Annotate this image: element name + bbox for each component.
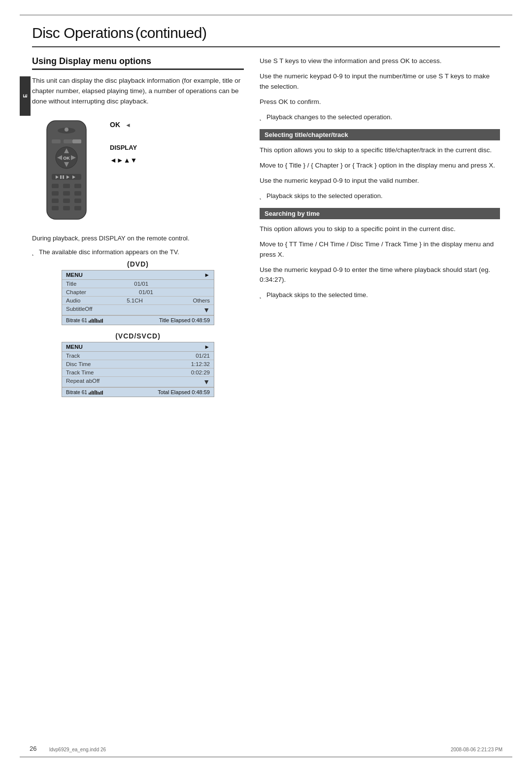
vcdsvcd-menu-label: MENU (66, 344, 83, 350)
section1-heading: Selecting title/chapter/track (260, 129, 500, 140)
remote-image: OK (37, 116, 101, 226)
top-border (20, 15, 512, 15)
section2-para1: This option allows you to skip to a spec… (260, 224, 500, 235)
display-label-row: DISPLAY (110, 143, 137, 151)
dvd-bitrate-bars (89, 318, 103, 323)
svg-rect-20 (74, 191, 81, 196)
left-column: Using Display menu options This unit can… (32, 56, 244, 397)
use-st-keys-text: Use S T keys to view the information and… (260, 56, 500, 67)
dvd-row-title: Title 01/01 (62, 280, 214, 288)
arrows-label-row: ◄►▲▼ (110, 156, 137, 164)
svg-rect-29 (72, 139, 81, 143)
footer-right: 2008-08-06 2:21:23 PM (451, 747, 502, 752)
ok-label: OK (110, 121, 120, 129)
section2-bullet1: Playback skips to the selected time. (260, 290, 500, 300)
dvd-scroll-arrow: ▼ (203, 306, 210, 314)
footer-left: ldvp6929_ea_eng.indd 26 (49, 747, 106, 752)
vcdsvcd-label: (VCD/SVCD) (32, 332, 244, 340)
bullet-playback-changes: Playback changes to the selected operati… (260, 112, 500, 122)
during-playback-text: During playback, press DISPLAY on the re… (32, 234, 244, 243)
bullet-available-info: The available disc information appears o… (32, 247, 244, 257)
svg-rect-17 (74, 184, 81, 188)
vcdsvcd-panel: MENU ► Track 01/21 Disc Time 1:12:32 (62, 342, 214, 397)
dvd-row-subtitle: Subtitle Off ▼ (62, 305, 214, 315)
dvd-menu-label: MENU (66, 272, 83, 278)
svg-rect-28 (64, 139, 72, 143)
side-tab: E (20, 76, 31, 116)
svg-rect-19 (63, 191, 70, 196)
section1-para1: This option allows you to skip to a spec… (260, 145, 500, 156)
press-ok-text: Press OK to confirm. (260, 97, 500, 107)
vcdsvcd-panel-rows: Track 01/21 Disc Time 1:12:32 Track Time… (62, 352, 214, 387)
svg-rect-26 (74, 206, 81, 210)
two-column-layout: Using Display menu options This unit can… (32, 56, 500, 397)
dvd-row-audio: Audio 5.1CH Others (62, 297, 214, 305)
use-numeric-text: Use the numeric keypad 0-9 to input the … (260, 71, 500, 92)
svg-rect-15 (52, 184, 59, 188)
section2-para2: Move to { TT Time / CH Time / Disc Time … (260, 239, 500, 260)
title-underline (32, 46, 500, 47)
vcd-row-track-time: Track Time 0:02:29 (62, 369, 214, 377)
intro-text: This unit can display the disc playback … (32, 76, 244, 107)
svg-rect-12 (63, 175, 64, 179)
ok-label-row: OK ◄ (110, 121, 137, 129)
dvd-panel-footer: Bitrate 61 (62, 315, 214, 325)
vcd-scroll-arrow: ▼ (203, 378, 210, 386)
dvd-bitrate: Bitrate 61 (66, 318, 103, 323)
dvd-panel-rows: Title 01/01 Chapter 01/01 Audio 5.1CH (62, 280, 214, 315)
remote-labels: OK ◄ DISPLAY ◄►▲▼ (110, 116, 137, 164)
section1-bullet1: Playback skips to the selected operation… (260, 191, 500, 201)
dvd-menu-arrow: ► (204, 272, 210, 278)
svg-rect-24 (52, 206, 59, 210)
vcdsvcd-panel-menu-row: MENU ► (62, 342, 214, 352)
dvd-row-chapter: Chapter 01/01 (62, 288, 214, 297)
page-title: Disc Operations (32, 25, 133, 41)
svg-rect-23 (74, 199, 81, 203)
page-number: 26 (30, 745, 36, 752)
svg-rect-16 (63, 184, 70, 188)
display-label: DISPLAY (110, 144, 137, 151)
vcd-row-track: Track 01/21 (62, 352, 214, 360)
vcdsvcd-menu-arrow: ► (204, 344, 210, 350)
bottom-border (20, 757, 512, 757)
vcd-bitrate-bars (89, 390, 103, 395)
page-title-row: Disc Operations (continued) (32, 25, 500, 41)
vcd-row-repeat-ab: Repeat ab Off ▼ (62, 377, 214, 387)
vcdsvcd-panel-footer: Bitrate 61 (62, 387, 214, 397)
vcd-row-disc-time: Disc Time 1:12:32 (62, 360, 214, 369)
svg-rect-0 (47, 121, 86, 219)
section2-para3: Use the numeric keypad 0-9 to enter the … (260, 265, 500, 286)
svg-rect-21 (52, 199, 59, 203)
dvd-panel: MENU ► Title 01/01 Chapter 01/01 (62, 270, 214, 325)
main-content: Disc Operations (continued) Using Displa… (32, 25, 500, 397)
right-column: Use S T keys to view the information and… (260, 56, 500, 397)
page-continued: (continued) (135, 25, 207, 41)
dvd-label: (DVD) (32, 260, 244, 268)
section1-para3: Use the numeric keypad 0-9 to input the … (260, 176, 500, 186)
svg-text:OK: OK (63, 156, 70, 161)
svg-rect-11 (60, 175, 62, 179)
section-heading: Using Display menu options (32, 56, 244, 70)
svg-rect-18 (52, 191, 59, 196)
vcd-bitrate: Bitrate 61 (66, 390, 103, 395)
svg-rect-22 (63, 199, 70, 203)
dvd-elapsed: Title Elapsed 0:48:59 (159, 317, 210, 323)
svg-rect-27 (52, 139, 61, 143)
page-container: E 26 ldvp6929_ea_eng.indd 26 2008-08-06 … (0, 0, 532, 772)
section2-heading: Searching by time (260, 208, 500, 219)
svg-point-2 (65, 128, 68, 132)
dvd-panel-menu-row: MENU ► (62, 270, 214, 280)
section1-para2: Move to { Title } / { Chapter } or { Tra… (260, 161, 500, 171)
vcd-elapsed: Total Elapsed 0:48:59 (158, 389, 210, 395)
svg-rect-25 (63, 206, 70, 210)
arrows-label: ◄►▲▼ (110, 156, 137, 164)
remote-diagram: OK (37, 116, 244, 226)
